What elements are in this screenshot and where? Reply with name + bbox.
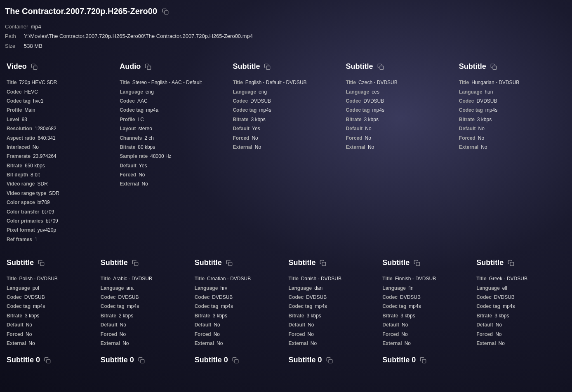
prop-value: No bbox=[122, 339, 129, 347]
prop-value: No bbox=[26, 330, 32, 338]
subtitle2-section: Subtitle TitleCzech - DVDSUBLanguagecesC… bbox=[344, 59, 454, 247]
prop-row: Color primariesbt709 bbox=[7, 217, 113, 225]
prop-value: stereo bbox=[139, 124, 152, 133]
prop-row: Bitrate3 kbps bbox=[195, 312, 284, 320]
prop-value: No bbox=[402, 321, 408, 329]
prop-value: mp4s bbox=[503, 302, 515, 310]
prop-value: 1 bbox=[35, 235, 38, 244]
prop-row: DefaultNo bbox=[346, 124, 452, 133]
prop-label: Video range bbox=[7, 180, 35, 188]
prop-label: Codec bbox=[101, 293, 116, 301]
prop-value: Yes bbox=[252, 124, 260, 133]
prop-row: Languageeng bbox=[120, 88, 226, 96]
copy-title-icon[interactable] bbox=[161, 7, 169, 16]
prop-value: hrv bbox=[220, 284, 227, 292]
prop-row: ExternalNo bbox=[346, 143, 452, 151]
path-value: Y:\Movies\The Contractor.2007.720p.H265-… bbox=[24, 31, 253, 41]
prop-row: Codec tagmp4s bbox=[382, 302, 471, 310]
prop-row: Bitrate3 kbps bbox=[476, 312, 565, 320]
container-value: mp4 bbox=[31, 22, 41, 31]
prop-value: mp4s bbox=[259, 106, 271, 114]
prop-label: Default bbox=[120, 162, 137, 170]
prop-label: Codec tag bbox=[7, 302, 31, 310]
prop-value: No bbox=[120, 321, 126, 329]
prop-row: ExternalNo bbox=[7, 339, 96, 347]
subtitle-row3-section-0: Subtitle 0 bbox=[5, 352, 97, 375]
video-props: Title720p HEVC SDRCodecHEVCCodec taghvc1… bbox=[7, 78, 113, 244]
prop-row: DefaultNo bbox=[382, 321, 471, 329]
svg-rect-8 bbox=[228, 262, 232, 266]
prop-row: TitleFinnish - DVDSUB bbox=[382, 275, 471, 283]
prop-value: SDR bbox=[49, 189, 59, 197]
prop-label: Video range type bbox=[7, 189, 46, 197]
copy-icon[interactable] bbox=[225, 259, 233, 267]
copy-video-icon[interactable] bbox=[30, 63, 38, 71]
prop-row: TitleDanish - DVDSUB bbox=[288, 275, 377, 283]
prop-value: mp4s bbox=[485, 106, 497, 114]
copy-icon[interactable] bbox=[137, 356, 146, 364]
prop-label: Codec tag bbox=[459, 106, 483, 114]
prop-value: 2 kbps bbox=[119, 312, 133, 320]
subtitle-row3-title-0: Subtitle 0 bbox=[7, 356, 40, 364]
copy-icon[interactable] bbox=[37, 259, 45, 267]
prop-value: Czech - DVDSUB bbox=[358, 78, 398, 87]
prop-value: DVDSUB bbox=[24, 293, 45, 301]
subtitle-row2-header-2: Subtitle bbox=[195, 258, 284, 269]
prop-label: Ref frames bbox=[7, 235, 32, 244]
prop-row: CodecDVDSUB bbox=[101, 293, 190, 301]
prop-label: Codec bbox=[288, 293, 304, 301]
prop-row: Bitrate3 kbps bbox=[7, 312, 96, 320]
copy-icon[interactable] bbox=[131, 259, 139, 267]
path-label: Path bbox=[5, 31, 21, 41]
copy-subtitle2-icon[interactable] bbox=[377, 63, 385, 71]
prop-label: Bitrate bbox=[288, 312, 304, 320]
svg-rect-10 bbox=[416, 262, 420, 266]
subtitle-row2-header-0: Subtitle bbox=[7, 258, 96, 269]
prop-row: Languagedan bbox=[288, 284, 377, 292]
subtitle-row2-props-1: TitleArabic - DVDSUBLanguagearaCodecDVDS… bbox=[101, 275, 190, 347]
prop-row: Color spacebt709 bbox=[7, 198, 113, 207]
subtitle-row2-header-5: Subtitle bbox=[476, 258, 565, 269]
copy-icon[interactable] bbox=[413, 259, 421, 267]
prop-value: No bbox=[368, 143, 374, 151]
size-value: 538 MB bbox=[24, 41, 42, 51]
container-label: Container bbox=[5, 22, 28, 31]
svg-rect-16 bbox=[422, 359, 426, 363]
prop-value: No bbox=[496, 321, 502, 329]
prop-label: Title bbox=[120, 78, 129, 87]
prop-label: Default bbox=[195, 321, 212, 329]
prop-row: TitlePolish - DVDSUB bbox=[7, 275, 96, 283]
copy-icon[interactable] bbox=[231, 356, 240, 364]
copy-icon[interactable] bbox=[419, 356, 427, 364]
copy-subtitle1-icon[interactable] bbox=[263, 63, 271, 71]
prop-label: Language bbox=[101, 284, 124, 292]
prop-value: English - Default - DVDSUB bbox=[245, 78, 307, 87]
prop-label: Bitrate bbox=[233, 115, 248, 124]
copy-icon[interactable] bbox=[319, 259, 327, 267]
prop-label: Bitrate bbox=[120, 143, 135, 151]
prop-label: Forced bbox=[120, 171, 136, 179]
copy-icon[interactable] bbox=[507, 259, 515, 267]
prop-value: 3 kbps bbox=[400, 312, 415, 320]
copy-subtitle3-icon[interactable] bbox=[490, 63, 498, 71]
prop-label: Sample rate bbox=[120, 152, 148, 160]
prop-label: Bitrate bbox=[382, 312, 398, 320]
copy-icon[interactable] bbox=[43, 356, 52, 364]
prop-label: Language bbox=[346, 88, 370, 96]
copy-icon[interactable] bbox=[325, 356, 334, 364]
copy-audio-icon[interactable] bbox=[144, 63, 152, 71]
container-line: Container mp4 bbox=[5, 22, 567, 31]
prop-label: Bitrate bbox=[7, 312, 22, 320]
prop-row: Color transferbt709 bbox=[7, 208, 113, 216]
prop-row: ProfileLC bbox=[120, 115, 226, 124]
prop-value: DVDSUB bbox=[363, 97, 384, 105]
svg-rect-11 bbox=[510, 262, 514, 266]
prop-value: No bbox=[28, 339, 35, 347]
size-line: Size 538 MB bbox=[5, 41, 567, 51]
prop-row: Codec taghvc1 bbox=[7, 97, 113, 105]
svg-rect-14 bbox=[235, 359, 238, 363]
prop-value: DVDSUB bbox=[306, 293, 327, 301]
prop-row: Layoutstereo bbox=[120, 124, 226, 133]
prop-label: Codec bbox=[233, 97, 248, 105]
prop-value: Greek - DVDSUB bbox=[489, 275, 527, 283]
